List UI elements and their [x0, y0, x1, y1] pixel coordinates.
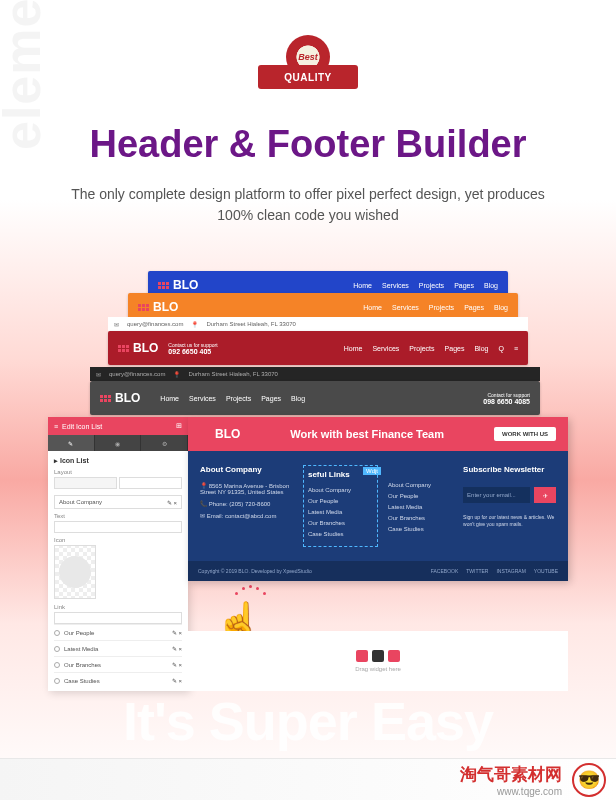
add-widget-icon[interactable]: [388, 650, 400, 662]
footer-top-banner: BLO Work with best Finance Team WORK WIT…: [188, 417, 568, 451]
header-dark-topbar: ✉query@finances.com📍Durham Street Hialea…: [90, 367, 540, 381]
header-preview-dark: BLO HomeServicesProjectsPagesBlog Contac…: [90, 381, 540, 415]
add-section-icon[interactable]: [356, 650, 368, 662]
subscribe-button[interactable]: ✈: [534, 487, 556, 503]
logo-dark: BLO: [100, 391, 140, 405]
list-item[interactable]: Our Branches✎ ×: [54, 656, 182, 672]
drag-label: Drag widget here: [355, 666, 401, 672]
banner-text: Work with best Finance Team: [290, 428, 444, 440]
header-red-topbar: ✉query@finances.com📍Durham Street Hialea…: [108, 317, 528, 331]
list-item[interactable]: Case Studies✎ ×: [54, 672, 182, 688]
editor-header: ≡Edit Icon List⊞: [48, 417, 188, 435]
page-subtitle: The only complete design platform to off…: [0, 184, 616, 226]
site-url: www.tqge.com: [497, 786, 562, 797]
tab-advanced[interactable]: ⚙: [141, 435, 188, 451]
logo-blue: BLO: [158, 278, 198, 292]
footer-preview: BLO Work with best Finance Team WORK WIT…: [188, 417, 568, 581]
nav-red: HomeServicesProjectsPagesBlogQ≡: [344, 345, 518, 352]
logo-red: BLO: [118, 341, 158, 355]
nav-dark: HomeServicesProjectsPagesBlog: [160, 395, 305, 402]
site-attribution-bar: 淘气哥素材网 www.tqge.com 😎: [0, 758, 616, 800]
header-preview-red: BLO Contact us for support092 6650 405 H…: [108, 331, 528, 365]
footer-col-links2: About Company Our People Latest Media Ou…: [388, 465, 453, 547]
list-item[interactable]: Our People✎ ×: [54, 624, 182, 640]
tab-style[interactable]: ◉: [95, 435, 142, 451]
drag-widget-area[interactable]: Drag widget here: [188, 631, 568, 691]
footer-col-subscribe: Subscribe Newsletter Enter your email...…: [463, 465, 556, 547]
email-input[interactable]: Enter your email...: [463, 487, 530, 503]
item-select[interactable]: About Company✎ ×: [54, 495, 182, 509]
text-input[interactable]: [54, 521, 182, 533]
nav-orange: HomeServicesProjectsPagesBlog: [363, 304, 508, 311]
page-title: Header & Footer Builder: [0, 123, 616, 166]
add-template-icon[interactable]: [372, 650, 384, 662]
elementor-editor-panel: ≡Edit Icon List⊞ ✎ ◉ ⚙ ▸ Icon List Layou…: [48, 417, 188, 691]
list-item[interactable]: Latest Media✎ ×: [54, 640, 182, 656]
super-easy-text: It's Super Easy: [0, 690, 616, 752]
link-input[interactable]: [54, 612, 182, 624]
editor-tabs: ✎ ◉ ⚙: [48, 435, 188, 451]
badge-ribbon-text: QUALITY: [258, 65, 358, 89]
layout-label: Layout: [54, 469, 182, 475]
site-name: 淘气哥素材网: [460, 763, 562, 786]
nav-blue: HomeServicesProjectsPagesBlog: [353, 282, 498, 289]
logo-orange: BLO: [138, 300, 178, 314]
work-with-us-button[interactable]: WORK WITH US: [494, 427, 556, 441]
quality-badge: Best QUALITY: [263, 35, 353, 105]
footer-col-links-editing[interactable]: Wdjt seful Links About Company Our Peopl…: [303, 465, 378, 547]
mascot-icon: 😎: [572, 763, 606, 797]
icon-preview[interactable]: [59, 556, 91, 588]
footer-col-about: About Company 📍 8565 Marina Avenue - Bri…: [200, 465, 293, 547]
footer-bottom: Copyright © 2019 BLO. Developed by Xpeed…: [188, 561, 568, 581]
tab-content[interactable]: ✎: [48, 435, 95, 451]
